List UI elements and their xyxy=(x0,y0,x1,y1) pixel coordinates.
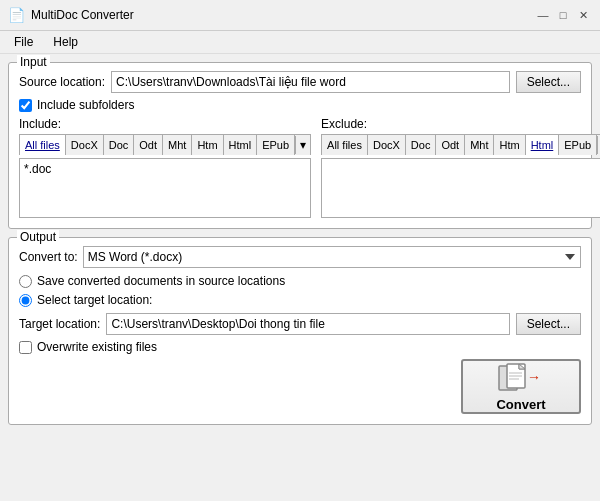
overwrite-label: Overwrite existing files xyxy=(37,340,157,354)
include-file-item: *.doc xyxy=(24,161,306,177)
include-section: Include: All files DocX Doc Odt Mht Htm … xyxy=(19,117,311,218)
svg-text:→: → xyxy=(527,369,541,385)
exclude-tab-epub[interactable]: EPub xyxy=(559,135,597,155)
exclude-tab-strip: All files DocX Doc Odt Mht Htm Html EPub… xyxy=(321,134,600,155)
include-tab-odt[interactable]: Odt xyxy=(134,135,163,155)
convert-to-label: Convert to: xyxy=(19,250,78,264)
source-location-input[interactable] xyxy=(111,71,510,93)
convert-button-area: → Convert xyxy=(19,359,581,414)
exclude-section: Exclude: All files DocX Doc Odt Mht Htm … xyxy=(321,117,600,218)
output-group-label: Output xyxy=(17,230,59,244)
exclude-tab-htm[interactable]: Htm xyxy=(494,135,525,155)
menu-bar: File Help xyxy=(0,31,600,54)
target-location-row: Target location: Select... xyxy=(19,313,581,335)
app-icon: 📄 xyxy=(8,7,25,23)
overwrite-row: Overwrite existing files xyxy=(19,340,581,354)
include-subfolders-checkbox[interactable] xyxy=(19,99,32,112)
exclude-tab-docx[interactable]: DocX xyxy=(368,135,406,155)
include-tab-html[interactable]: Html xyxy=(224,135,258,155)
select-target-row: Select target location: xyxy=(19,293,581,307)
window-controls: — □ ✕ xyxy=(534,6,592,24)
minimize-button[interactable]: — xyxy=(534,6,552,24)
include-file-list: *.doc xyxy=(19,158,311,218)
input-group-label: Input xyxy=(17,55,50,69)
exclude-file-list xyxy=(321,158,600,218)
convert-button[interactable]: → Convert xyxy=(461,359,581,414)
exclude-tab-odt[interactable]: Odt xyxy=(436,135,465,155)
maximize-button[interactable]: □ xyxy=(554,6,572,24)
exclude-tab-mht[interactable]: Mht xyxy=(465,135,494,155)
title-bar: 📄 MultiDoc Converter — □ ✕ xyxy=(0,0,600,31)
save-in-source-radio[interactable] xyxy=(19,275,32,288)
include-subfolders-label: Include subfolders xyxy=(37,98,134,112)
menu-file[interactable]: File xyxy=(8,33,39,51)
include-tab-epub[interactable]: EPub xyxy=(257,135,295,155)
select-target-radio[interactable] xyxy=(19,294,32,307)
close-button[interactable]: ✕ xyxy=(574,6,592,24)
include-tab-doc[interactable]: Doc xyxy=(104,135,135,155)
exclude-tab-all-files[interactable]: All files xyxy=(322,135,368,155)
select-target-label: Select target location: xyxy=(37,293,152,307)
save-in-source-label: Save converted documents in source locat… xyxy=(37,274,285,288)
convert-label: Convert xyxy=(496,397,545,412)
exclude-tab-html[interactable]: Html xyxy=(526,135,560,155)
source-location-row: Source location: Select... xyxy=(19,71,581,93)
save-location-group: Save converted documents in source locat… xyxy=(19,274,581,307)
include-tab-all-files[interactable]: All files xyxy=(20,135,66,155)
source-select-button[interactable]: Select... xyxy=(516,71,581,93)
include-tab-docx[interactable]: DocX xyxy=(66,135,104,155)
convert-icon: → xyxy=(497,362,545,394)
source-location-label: Source location: xyxy=(19,75,105,89)
window-title: MultiDoc Converter xyxy=(31,8,528,22)
target-location-label: Target location: xyxy=(19,317,100,331)
exclude-label: Exclude: xyxy=(321,117,600,131)
convert-to-select[interactable]: MS Word (*.docx) PDF ODT HTML EPUB xyxy=(83,246,581,268)
include-exclude-row: Include: All files DocX Doc Odt Mht Htm … xyxy=(19,117,581,218)
include-tab-strip: All files DocX Doc Odt Mht Htm Html EPub… xyxy=(19,134,311,155)
menu-help[interactable]: Help xyxy=(47,33,84,51)
target-location-input[interactable] xyxy=(106,313,509,335)
save-in-source-row: Save converted documents in source locat… xyxy=(19,274,581,288)
include-subfolders-row: Include subfolders xyxy=(19,98,581,112)
main-content: Input Source location: Select... Include… xyxy=(0,54,600,433)
convert-to-row: Convert to: MS Word (*.docx) PDF ODT HTM… xyxy=(19,246,581,268)
include-label: Include: xyxy=(19,117,311,131)
exclude-tab-doc[interactable]: Doc xyxy=(406,135,437,155)
target-select-button[interactable]: Select... xyxy=(516,313,581,335)
include-tab-mht[interactable]: Mht xyxy=(163,135,192,155)
overwrite-checkbox[interactable] xyxy=(19,341,32,354)
include-tab-dropdown[interactable]: ▾ xyxy=(295,136,310,154)
output-group: Output Convert to: MS Word (*.docx) PDF … xyxy=(8,237,592,425)
input-group: Input Source location: Select... Include… xyxy=(8,62,592,229)
include-tab-htm[interactable]: Htm xyxy=(192,135,223,155)
